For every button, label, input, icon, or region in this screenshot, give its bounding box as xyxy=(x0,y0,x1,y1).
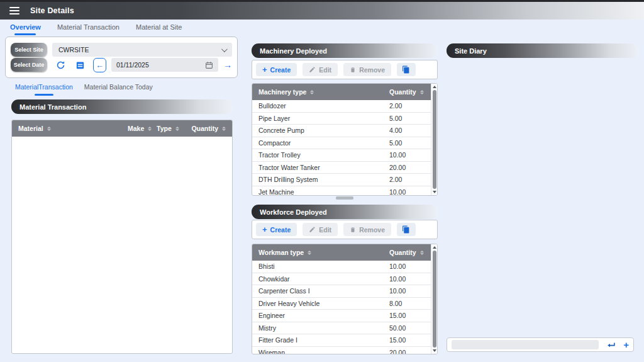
scroll-up-icon[interactable] xyxy=(433,246,436,249)
site-diary-input[interactable] xyxy=(452,340,599,349)
select-site-label: Select Site xyxy=(11,43,47,57)
table-row[interactable]: Tractor Trolley10.00 xyxy=(252,149,431,162)
table-row[interactable]: Bulldozer2.00 xyxy=(252,100,431,113)
tab-material-transaction[interactable]: Material Transaction xyxy=(56,21,121,35)
machinery-table-header: Machinery type Quantity xyxy=(252,84,431,100)
workforce-scrollbar[interactable] xyxy=(431,244,437,354)
column-header-make[interactable]: Make xyxy=(128,125,157,132)
date-input[interactable] xyxy=(116,61,201,69)
table-cell: 20.00 xyxy=(389,349,425,354)
section-header-workforce-deployed: Workforce Deployed xyxy=(252,205,438,219)
table-cell: 4.00 xyxy=(389,127,425,134)
column-header-workman-type[interactable]: Workman type xyxy=(258,249,389,256)
material-transaction-table-inner: Material Make Type Quantity xyxy=(12,120,232,353)
diary-add-button[interactable]: + xyxy=(623,340,629,349)
table-cell: Concrete Pump xyxy=(258,127,389,134)
table-row[interactable]: Engineer15.00 xyxy=(252,310,431,322)
machinery-table: Machinery type Quantity Bulldozer2.00Pip… xyxy=(252,83,438,196)
plus-icon: + xyxy=(623,340,629,349)
table-row[interactable]: Wireman20.00 xyxy=(252,347,431,354)
table-cell: Pipe Layer xyxy=(258,115,389,122)
workforce-remove-button[interactable]: Remove xyxy=(343,223,391,236)
diary-enter-button[interactable] xyxy=(606,341,616,349)
site-select-value: CWRSITE xyxy=(58,46,89,54)
column-header-machinery-type[interactable]: Machinery type xyxy=(258,88,389,96)
prev-date-button[interactable]: ← xyxy=(93,58,106,72)
table-row[interactable]: Chowkidar10.00 xyxy=(252,273,431,286)
table-cell: 2.00 xyxy=(389,102,425,110)
table-cell: Driver Heavy Vehicle xyxy=(258,300,389,307)
section-header-material-transaction: Material Transaction xyxy=(11,99,233,114)
resize-handle[interactable] xyxy=(336,196,353,200)
table-row[interactable]: Mistry50.00 xyxy=(252,322,431,335)
scrollbar-thumb[interactable] xyxy=(433,90,436,189)
table-row[interactable]: DTH Drilling System2.00 xyxy=(252,174,431,186)
sort-icon[interactable] xyxy=(175,127,179,131)
refresh-button[interactable] xyxy=(56,60,65,70)
workforce-toolbar: + Create Edit Remove xyxy=(252,220,438,239)
table-cell: 10.00 xyxy=(389,263,425,270)
machinery-create-button[interactable]: + Create xyxy=(256,63,297,76)
sort-icon[interactable] xyxy=(308,251,311,255)
tab-overview[interactable]: Overview xyxy=(9,21,42,35)
machinery-table-body: Bulldozer2.00Pipe Layer5.00Concrete Pump… xyxy=(252,100,431,195)
column-header-material[interactable]: Material xyxy=(18,125,128,132)
workforce-copy-button[interactable] xyxy=(397,223,416,236)
calendar-input-icon[interactable] xyxy=(205,61,213,69)
table-row[interactable]: Fitter Grade I15.00 xyxy=(252,334,431,347)
machinery-copy-button[interactable] xyxy=(397,63,416,76)
tab-material-at-site[interactable]: Material at Site xyxy=(135,21,183,35)
column-header-type[interactable]: Type xyxy=(157,125,187,132)
table-cell: 15.00 xyxy=(389,336,425,344)
column-header-quantity[interactable]: Quantity xyxy=(389,88,425,96)
table-row[interactable]: Driver Heavy Vehicle8.00 xyxy=(252,298,431,310)
material-transaction-table: Material Make Type Quantity xyxy=(11,120,233,354)
machinery-toolbar: + Create Edit Remove xyxy=(252,60,438,79)
subtab-material-transaction[interactable]: MaterialTransaction xyxy=(15,83,73,96)
scrollbar-thumb[interactable] xyxy=(433,251,436,348)
date-field-wrap xyxy=(111,58,218,72)
copy-icon xyxy=(402,65,410,74)
app-title: Site Details xyxy=(30,6,74,15)
workforce-edit-button[interactable]: Edit xyxy=(303,223,338,236)
scroll-up-icon[interactable] xyxy=(433,86,436,88)
table-cell: 20.00 xyxy=(389,164,425,171)
next-date-button[interactable]: → xyxy=(223,60,232,70)
chevron-down-icon xyxy=(221,46,228,52)
table-cell: Carpenter Class I xyxy=(258,287,389,295)
sort-icon[interactable] xyxy=(420,90,424,94)
sort-icon[interactable] xyxy=(47,127,51,131)
table-row[interactable]: Carpenter Class I10.00 xyxy=(252,285,431,298)
calendar-button[interactable] xyxy=(75,60,85,70)
sort-icon[interactable] xyxy=(310,90,314,94)
table-cell: Tractor Water Tanker xyxy=(258,164,389,171)
arrow-left-icon: ← xyxy=(96,60,104,70)
machinery-remove-button[interactable]: Remove xyxy=(343,63,391,76)
menu-icon[interactable] xyxy=(9,7,19,14)
column-header-quantity[interactable]: Quantity xyxy=(187,125,226,132)
table-row[interactable]: Concrete Pump4.00 xyxy=(252,125,431,137)
machinery-edit-button[interactable]: Edit xyxy=(303,63,338,76)
table-cell: Chowkidar xyxy=(258,275,389,283)
subtab-material-balance-today[interactable]: Material Balance Today xyxy=(84,83,153,96)
scroll-down-icon[interactable] xyxy=(433,191,436,193)
sort-icon[interactable] xyxy=(222,127,226,131)
table-cell: Tractor Trolley xyxy=(258,151,389,159)
table-row[interactable]: Jet Machine10.00 xyxy=(252,186,431,196)
site-select[interactable]: CWRSITE xyxy=(52,43,232,57)
scroll-down-icon[interactable] xyxy=(433,349,436,352)
sort-icon[interactable] xyxy=(148,127,152,131)
column-header-quantity[interactable]: Quantity xyxy=(389,249,425,256)
workforce-create-button[interactable]: + Create xyxy=(256,223,297,236)
site-filter-row: Select Site CWRSITE xyxy=(11,42,232,57)
table-cell: Mistry xyxy=(258,324,389,332)
sort-icon[interactable] xyxy=(420,251,424,255)
table-row[interactable]: Tractor Water Tanker20.00 xyxy=(252,162,431,174)
table-row[interactable]: Compactor5.00 xyxy=(252,137,431,150)
pencil-icon xyxy=(309,66,316,73)
table-row[interactable]: Pipe Layer5.00 xyxy=(252,113,431,125)
machinery-scrollbar[interactable] xyxy=(431,84,437,195)
workforce-table-body: Bhisti10.00Chowkidar10.00Carpenter Class… xyxy=(252,261,431,354)
table-row[interactable]: Bhisti10.00 xyxy=(252,261,431,273)
table-cell: 5.00 xyxy=(389,115,425,122)
